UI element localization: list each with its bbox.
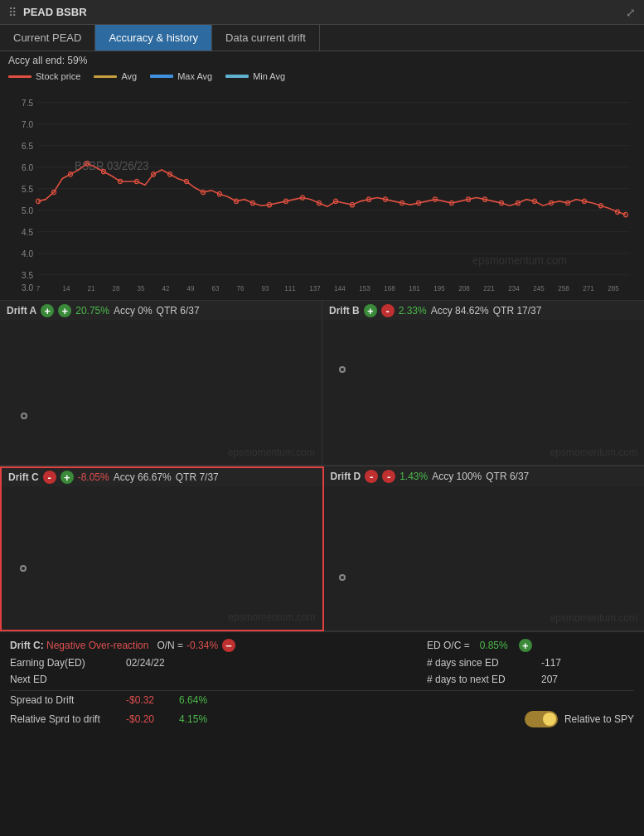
accy-label: Accy all end: 59% [0,51,644,70]
drift-d-pct: 1.43% [399,471,428,482]
spread-label: Spread to Drift [10,694,126,706]
drift-c-header: Drift C - + -8.05% Accy 66.67% QTR 7/37 [0,466,324,486]
days-to-next-value: 207 [541,674,558,685]
tab-data-current-drift[interactable]: Data current drift [212,25,320,51]
svg-text:7.5: 7.5 [22,99,33,108]
scatter-row2: epsmomentum.com epsmomentum.com [0,486,644,631]
scatter-watermark-d: epsmomentum.com [550,612,637,624]
svg-text:271: 271 [583,284,594,292]
info-row-drift-c-type: Drift C: Negative Over-reaction O/N = -0… [10,639,634,652]
drift-c-type-label: Drift C: Negative Over-reaction [10,640,148,651]
expand-icon[interactable]: ⤢ [626,6,636,19]
info-row-spread: Spread to Drift -$0.32 6.64% [10,694,634,706]
legend-line-stock [8,75,31,78]
svg-text:42: 42 [162,284,170,292]
drift-d-btn2[interactable]: - [382,470,395,483]
days-since-value: -117 [541,657,561,669]
drift-b-qtr: QTR 17/37 [493,305,542,317]
drift-a-label: Drift A [7,305,36,317]
ed-oc-btn[interactable]: + [519,639,532,652]
drift-headers-row2: Drift C - + -8.05% Accy 66.67% QTR 7/37 … [0,466,644,486]
drift-a-accy: Accy 0% [114,305,153,317]
tab-accuracy-history[interactable]: Accuracy & history [95,25,212,51]
svg-text:76: 76 [237,284,245,292]
spread-red-value: -$0.32 [126,694,154,706]
svg-text:168: 168 [384,284,395,292]
toggle-knob [543,713,556,726]
svg-text:5.0: 5.0 [22,206,33,215]
ed-oc-label: ED O/C = [427,640,470,651]
scatter-watermark-a: epsmomentum.com [228,447,315,458]
svg-text:221: 221 [483,284,495,292]
drift-a-btn1[interactable]: + [41,304,54,317]
drift-c-btn1[interactable]: - [43,471,56,484]
drift-headers-row1: Drift A + + 20.75% Accy 0% QTR 6/37 Drif… [0,300,644,321]
on-label: O/N = [157,640,183,651]
svg-text:epsmomentum.com: epsmomentum.com [472,254,567,267]
drift-b-btn1[interactable]: + [364,304,377,317]
svg-text:21: 21 [88,284,95,292]
scatter-row1: epsmomentum.com epsmomentum.com [0,321,644,466]
svg-text:49: 49 [187,284,195,292]
drift-d-qtr: QTR 6/37 [486,471,529,482]
on-btn[interactable]: − [222,639,235,652]
main-chart-container: 7.5 7.0 6.5 6.0 5.5 5.0 4.5 4.0 3.5 3.0 … [0,85,644,300]
next-ed-label: Next ED [10,674,126,685]
relative-sprd-red-value: -$0.20 [126,713,154,725]
drift-c-qtr: QTR 7/37 [176,471,219,483]
svg-text:6.0: 6.0 [22,163,33,172]
chart-section: Accy all end: 59% Stock price Avg Max Av… [0,51,644,300]
main-chart-svg: 7.5 7.0 6.5 6.0 5.5 5.0 4.5 4.0 3.5 3.0 … [8,85,636,300]
svg-text:181: 181 [409,284,420,292]
scatter-panel-b: epsmomentum.com [322,321,644,466]
spread-green-value: 6.64% [179,694,207,706]
svg-text:93: 93 [262,284,269,292]
drift-c-btn2[interactable]: + [61,471,74,484]
svg-text:245: 245 [533,284,545,292]
drift-b-label: Drift B [329,305,360,317]
scatter-dot-c [20,565,27,572]
drift-b-accy: Accy 84.62% [431,305,489,317]
drift-a-btn2[interactable]: + [58,304,71,317]
info-right-days-to-next: # days to next ED 207 [427,674,634,685]
svg-text:14: 14 [63,284,70,292]
scatter-dot-b [339,366,346,373]
svg-rect-0 [8,85,636,300]
days-since-label: # days since ED [427,657,535,669]
svg-text:111: 111 [284,284,296,292]
drift-a-header: Drift A + + 20.75% Accy 0% QTR 6/37 [0,301,322,321]
days-to-next-label: # days to next ED [427,674,535,685]
drift-d-header: Drift D - - 1.43% Accy 100% QTR 6/37 [324,466,645,486]
tab-current-pead[interactable]: Current PEAD [0,25,95,51]
info-section: Drift C: Negative Over-reaction O/N = -0… [0,631,644,739]
legend-min-avg-label: Min Avg [253,71,285,81]
legend-avg-label: Avg [121,71,137,81]
drift-b-btn2[interactable]: - [381,304,395,317]
svg-text:6.5: 6.5 [22,142,33,151]
drift-b-header: Drift B + - 2.33% Accy 84.62% QTR 17/37 [322,301,644,321]
relative-to-spy-group: Relative to SPY [525,711,634,727]
legend-max-avg-label: Max Avg [177,71,212,81]
drift-c-type-value: Negative Over-reaction [46,640,148,651]
drift-c-label: Drift C [8,471,39,483]
legend-line-max-avg [150,75,173,78]
legend-min-avg: Min Avg [225,71,285,81]
svg-text:4.5: 4.5 [22,228,33,237]
drift-b-pct: 2.33% [399,305,427,317]
drift-d-btn1[interactable]: - [365,470,378,483]
drift-a-pct: 20.75% [75,305,109,317]
tabs-bar: Current PEAD Accuracy & history Data cur… [0,25,644,51]
title-bar: ⠿ PEAD BSBR ⤢ [0,0,644,25]
scatter-watermark-b: epsmomentum.com [550,447,637,458]
svg-text:35: 35 [138,284,145,292]
svg-text:3.5: 3.5 [22,271,33,280]
drag-icon: ⠿ [8,6,17,19]
earning-day-label: Earning Day(ED) [10,657,126,669]
chart-legend: Stock price Avg Max Avg Min Avg [0,70,644,85]
earning-day-value: 02/24/22 [126,657,165,669]
relative-to-spy-toggle[interactable] [525,711,558,727]
svg-text:7: 7 [36,284,41,292]
scatter-watermark-c: epsmomentum.com [228,611,315,623]
drift-c-accy: Accy 66.67% [114,471,172,483]
scatter-dot-a [21,413,27,419]
